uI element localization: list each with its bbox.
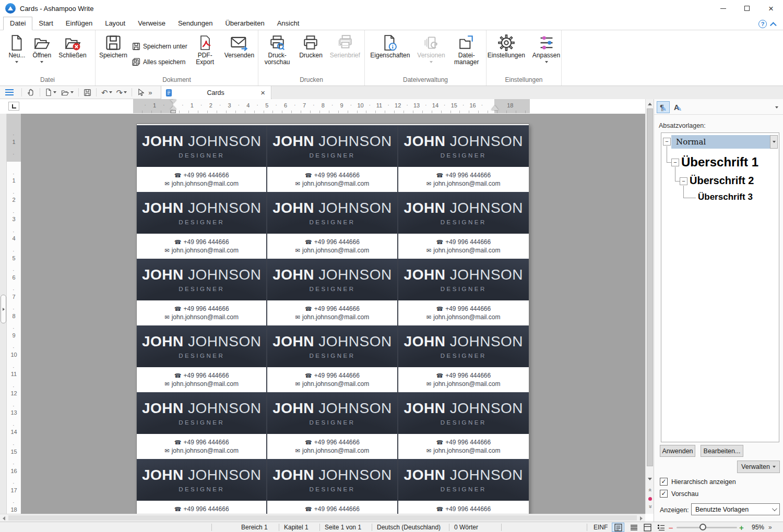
redo-button[interactable]: ↷	[114, 86, 129, 99]
horizontal-scrollbar[interactable]	[0, 514, 645, 522]
save-button[interactable]: Speichern	[97, 32, 130, 60]
zoom-level[interactable]: 95%	[752, 524, 764, 531]
scroll-up-icon[interactable]	[648, 103, 652, 105]
tab-close-icon[interactable]: ×	[259, 88, 267, 97]
tab-stop-selector[interactable]	[8, 102, 19, 111]
properties-button[interactable]: Eigenschaften	[367, 32, 412, 60]
horizontal-ruler[interactable]: 11234567891011121314151618··············…	[133, 99, 530, 113]
vertical-ruler[interactable]: 1123456789101112131415161718············…	[7, 114, 21, 514]
new-button[interactable]: Neu...	[6, 32, 28, 64]
select-tool-button[interactable]	[135, 86, 146, 99]
left-indent-marker[interactable]	[170, 106, 176, 110]
draft-view-button[interactable]	[627, 523, 640, 532]
menu-ueberarbeiten[interactable]: Überarbeiten	[219, 17, 270, 30]
browse-object-icon[interactable]	[648, 497, 652, 501]
main-menu-button[interactable]	[0, 86, 19, 99]
collapse-node-icon[interactable]: −	[671, 159, 679, 166]
minimize-button[interactable]	[711, 0, 735, 17]
left-margin-marker[interactable]	[171, 110, 176, 113]
ribbon-group-einstellungen: Einstellungen Anpassen Einstellungen	[487, 30, 562, 86]
menu-sendungen[interactable]: Sendungen	[172, 17, 219, 30]
menu-layout[interactable]: Layout	[99, 17, 132, 30]
save-all-button[interactable]: Alles speichern	[132, 58, 187, 66]
vertical-scrollbar[interactable]: « «	[645, 99, 654, 514]
status-chapter[interactable]: Kapitel 1	[284, 524, 309, 531]
card-email-line: ✉john.johnson@mail.com	[426, 313, 500, 321]
maximize-button[interactable]	[735, 0, 759, 17]
right-indent-marker[interactable]	[491, 105, 499, 110]
ruler-number: 6	[7, 274, 21, 281]
zoom-in-button[interactable]: +	[739, 523, 744, 532]
quick-open-button[interactable]	[58, 86, 76, 99]
versions-button[interactable]: Versionen	[414, 32, 447, 64]
style-heading2[interactable]: Überschrift 2	[690, 175, 754, 187]
open-button[interactable]: Öffnen	[30, 32, 54, 64]
panel-expand-handle[interactable]	[1, 295, 6, 323]
quick-save-button[interactable]	[81, 86, 93, 99]
settings-button[interactable]: Einstellungen	[485, 32, 528, 60]
edit-button[interactable]: Bearbeiten...	[701, 445, 743, 457]
close-button[interactable]: ×	[759, 0, 783, 17]
zoom-slider-knob[interactable]	[699, 524, 706, 530]
manage-button[interactable]: Verwalten	[737, 461, 780, 473]
quick-new-button[interactable]	[43, 86, 58, 99]
preview-checkbox[interactable]	[660, 490, 668, 498]
undo-button[interactable]: ↶	[99, 86, 114, 99]
outline-view-button[interactable]	[655, 523, 667, 532]
pdf-export-button[interactable]: PDF-Export	[189, 32, 221, 67]
first-line-indent-marker[interactable]	[170, 100, 176, 103]
scroll-down-icon[interactable]	[648, 478, 652, 480]
paragraph-styles-button[interactable]: ¶✎	[657, 101, 670, 113]
status-page[interactable]: Seite 1 von 1	[325, 524, 361, 531]
menu-ansicht[interactable]: Ansicht	[271, 17, 306, 30]
page-view-button[interactable]	[612, 523, 624, 532]
touch-mode-button[interactable]	[25, 86, 37, 99]
zoom-slider-track[interactable]	[677, 527, 737, 528]
sidebar-menu-caret-icon[interactable]	[775, 106, 778, 108]
menu-verweise[interactable]: Verweise	[132, 17, 172, 30]
show-styles-select[interactable]: Benutzte Vorlagen	[691, 503, 780, 515]
email-icon: ✉	[295, 247, 300, 253]
scroll-left-icon[interactable]	[3, 516, 5, 521]
save-as-button[interactable]: Speichern unter	[132, 42, 187, 51]
zoom-out-button[interactable]: –	[669, 523, 673, 532]
hierarchical-checkbox[interactable]	[660, 478, 668, 486]
print-button[interactable]: Drucken	[296, 32, 325, 60]
previous-page-icon[interactable]: «	[647, 486, 653, 494]
fullscreen-view-button[interactable]	[641, 523, 654, 532]
character-styles-button[interactable]: A✎	[671, 101, 684, 113]
scrollbar-thumb[interactable]	[647, 108, 653, 466]
apply-button[interactable]: Anwenden	[660, 445, 695, 457]
toolbar-overflow-button[interactable]: »	[146, 86, 154, 99]
send-button[interactable]: Versenden	[222, 32, 257, 60]
file-manager-button[interactable]: Datei-manager	[450, 32, 483, 67]
collapse-ribbon-icon[interactable]	[770, 22, 777, 29]
style-heading3[interactable]: Überschrift 3	[698, 192, 753, 202]
scrollbar-thumb[interactable]	[8, 515, 637, 521]
status-language[interactable]: Deutsch (Deutschland)	[377, 524, 441, 531]
mail-merge-button[interactable]: Serienbrief	[327, 32, 363, 60]
collapse-node-icon[interactable]: −	[680, 177, 687, 185]
customize-button[interactable]: Anpassen	[530, 32, 563, 64]
close-document-button[interactable]: Schließen	[56, 32, 89, 60]
menu-einfuegen[interactable]: Einfügen	[60, 17, 99, 30]
help-icon[interactable]: ?	[758, 20, 767, 28]
statusbar-overflow-icon[interactable]: »	[768, 524, 772, 531]
style-heading1[interactable]: Überschrift 1	[681, 155, 758, 170]
status-insert-mode[interactable]: EINF	[594, 524, 608, 531]
style-normal[interactable]: Normal	[671, 135, 770, 149]
scroll-right-icon[interactable]	[640, 516, 643, 521]
status-section[interactable]: Bereich 1	[241, 524, 268, 531]
document-tab[interactable]: Cards ×	[161, 86, 271, 99]
ruler-number: 14	[432, 102, 439, 108]
document-canvas[interactable]: JOHN JOHNSON DESIGNER ☎+49 996 444666 ✉j…	[21, 114, 645, 514]
print-preview-button[interactable]: Druck-vorschau	[260, 32, 294, 67]
style-dropdown-button[interactable]	[770, 135, 778, 149]
status-wordcount[interactable]: 0 Wörter	[454, 524, 478, 531]
document-page[interactable]: JOHN JOHNSON DESIGNER ☎+49 996 444666 ✉j…	[137, 124, 529, 514]
menu-start[interactable]: Start	[32, 17, 59, 30]
next-page-icon[interactable]: «	[647, 503, 653, 511]
styles-tree[interactable]: − Normal − Überschrift 1 − Überschrift 2…	[661, 132, 779, 442]
collapse-node-icon[interactable]: −	[663, 138, 671, 146]
menu-datei[interactable]: Datei	[3, 17, 32, 30]
